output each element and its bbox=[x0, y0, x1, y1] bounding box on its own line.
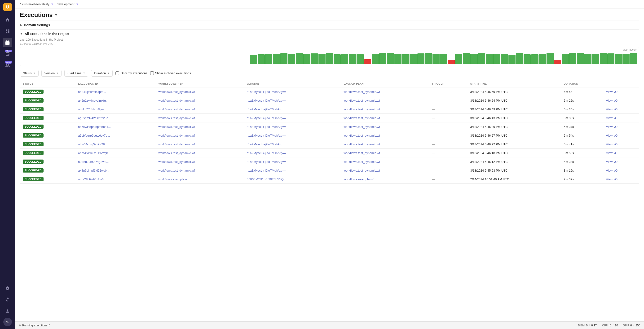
view-io-link[interactable]: View I/O bbox=[606, 169, 618, 172]
execution-id-link[interactable]: aq6xwfs5prxbpmnbd4... bbox=[78, 125, 111, 129]
workflow-link[interactable]: workflows.test_dynamic.wf bbox=[158, 134, 195, 137]
execution-id-link[interactable]: ahlv64cdrg5zzkfr28... bbox=[78, 143, 108, 146]
version-link[interactable]: n1aZMyscLk-j9foTMshAtg== bbox=[246, 90, 286, 94]
app-logo[interactable]: U bbox=[3, 3, 12, 11]
sidebar-item-workflow[interactable]: Alpha bbox=[3, 49, 12, 59]
table-row[interactable]: SUCCEEDED ann5zvkwl8x5s97wg8... workflow… bbox=[20, 149, 639, 157]
cell-duration: 6m 5s bbox=[561, 87, 603, 96]
workflow-link[interactable]: workflows.test_dynamic.wf bbox=[158, 125, 195, 129]
sidebar-item-settings[interactable] bbox=[3, 284, 12, 293]
show-archived-input[interactable] bbox=[150, 71, 154, 75]
chart-bar bbox=[607, 53, 614, 64]
execution-id-link[interactable]: arwlrv77nkhgzf2jmn... bbox=[78, 107, 108, 111]
duration-filter-button[interactable]: Duration ▼ bbox=[91, 70, 112, 77]
only-my-executions-input[interactable] bbox=[116, 71, 119, 75]
page-title-dropdown[interactable] bbox=[55, 14, 58, 16]
launch-plan-link[interactable]: workflows.test_dynamic.wf bbox=[344, 169, 380, 172]
show-archived-checkbox[interactable]: Show archived executions bbox=[150, 71, 191, 75]
table-row[interactable]: SUCCEEDED a46p2zvxlngvzjmxfq... workflow… bbox=[20, 96, 639, 105]
version-link[interactable]: n1aZMyscLk-j9foTMshAtg== bbox=[246, 169, 286, 172]
breadcrumb-environment[interactable]: development bbox=[57, 2, 74, 6]
launch-plan-link[interactable]: workflows.example.wf bbox=[344, 178, 373, 181]
execution-id-link[interactable]: anpr28ctiw94zfcv6 bbox=[78, 178, 104, 181]
view-io-link[interactable]: View I/O bbox=[606, 125, 618, 129]
version-link[interactable]: n1aZMyscLk-j9foTMshAtg== bbox=[246, 160, 286, 164]
domain-settings-header[interactable]: ▶ Domain Settings bbox=[20, 20, 639, 29]
only-my-executions-checkbox[interactable]: Only my executions bbox=[116, 71, 147, 75]
version-link[interactable]: n1aZMyscLk-j9foTMshAtg== bbox=[246, 151, 286, 155]
view-io-link[interactable]: View I/O bbox=[606, 116, 618, 120]
chart-bar bbox=[440, 54, 447, 64]
version-link[interactable]: BOKi0vCSI1oBI30F6k34IQ== bbox=[246, 178, 287, 181]
user-avatar[interactable]: NE bbox=[3, 318, 12, 326]
launch-plan-link[interactable]: workflows.test_dynamic.wf bbox=[344, 151, 380, 155]
version-link[interactable]: n1aZMyscLk-j9foTMshAtg== bbox=[246, 134, 286, 137]
launch-plan-link[interactable]: workflows.test_dynamic.wf bbox=[344, 90, 380, 94]
table-row[interactable]: SUCCEEDED anpr28ctiw94zfcv6 workflows.ex… bbox=[20, 175, 639, 184]
version-link[interactable]: n1aZMyscLk-j9foTMshAtg== bbox=[246, 125, 286, 129]
view-io-link[interactable]: View I/O bbox=[606, 99, 618, 102]
table-row[interactable]: SUCCEEDED ax4g7sjmpf6kj52wcb... workflow… bbox=[20, 166, 639, 175]
sidebar-item-people[interactable] bbox=[3, 306, 12, 316]
workflow-link[interactable]: workflows.test_dynamic.wf bbox=[158, 90, 195, 94]
view-io-link[interactable]: View I/O bbox=[606, 178, 618, 181]
breadcrumb-cluster[interactable]: cluster-observability bbox=[22, 2, 50, 6]
table-row[interactable]: SUCCEEDED a5cbfbqrp9qgw6cv7q... workflow… bbox=[20, 131, 639, 140]
execution-id-link[interactable]: a5cbfbqrp9qgw6cv7q... bbox=[78, 134, 110, 137]
version-filter-arrow: ▼ bbox=[56, 72, 58, 74]
status-filter-button[interactable]: Status ▼ bbox=[20, 70, 38, 77]
execution-id-link[interactable]: ax4g7sjmpf6kj52wcb... bbox=[78, 169, 109, 172]
execution-id-link[interactable]: a46p2zvxlngvzjmxfq... bbox=[78, 99, 108, 102]
sidebar-item-users[interactable]: Alpha bbox=[3, 60, 12, 70]
workflow-link[interactable]: workflows.test_dynamic.wf bbox=[158, 99, 195, 102]
launch-plan-link[interactable]: workflows.test_dynamic.wf bbox=[344, 134, 380, 137]
sidebar-item-executions[interactable] bbox=[3, 38, 12, 47]
sidebar-item-home[interactable] bbox=[3, 15, 12, 24]
view-io-link[interactable]: View I/O bbox=[606, 143, 618, 146]
workflow-link[interactable]: workflows.test_dynamic.wf bbox=[158, 107, 195, 111]
launch-plan-link[interactable]: workflows.test_dynamic.wf bbox=[344, 99, 380, 102]
table-row[interactable]: SUCCEEDED aq6xwfs5prxbpmnbd4... workflow… bbox=[20, 122, 639, 131]
all-executions-header[interactable]: ▼ All Executions in the Project bbox=[20, 29, 639, 38]
view-io-link[interactable]: View I/O bbox=[606, 107, 618, 111]
version-link[interactable]: n1aZMyscLk-j9foTMshAtg== bbox=[246, 99, 286, 102]
chart-bar bbox=[258, 54, 265, 64]
workflow-link[interactable]: workflows.test_dynamic.wf bbox=[158, 116, 195, 120]
version-link[interactable]: n1aZMyscLk-j9foTMshAtg== bbox=[246, 143, 286, 146]
launch-plan-link[interactable]: workflows.test_dynamic.wf bbox=[344, 107, 380, 111]
cluster-dropdown-arrow[interactable] bbox=[51, 3, 53, 5]
workflow-link[interactable]: workflows.test_dynamic.wf bbox=[158, 160, 195, 164]
view-io-link[interactable]: View I/O bbox=[606, 90, 618, 94]
version-link[interactable]: n1aZMyscLk-j9foTMshAtg== bbox=[246, 107, 286, 111]
chart-bar bbox=[379, 53, 386, 64]
env-dropdown-arrow[interactable] bbox=[76, 3, 78, 5]
view-io-link[interactable]: View I/O bbox=[606, 160, 618, 164]
start-time-filter-button[interactable]: Start Time ▼ bbox=[64, 70, 88, 77]
launch-plan-link[interactable]: workflows.test_dynamic.wf bbox=[344, 116, 380, 120]
execution-id-link[interactable]: ah84lxjflfkrsx5kpm... bbox=[78, 90, 106, 94]
execution-id-link[interactable]: ag6sph9k42csmf226b... bbox=[78, 116, 111, 120]
sidebar-item-dashboard[interactable] bbox=[3, 26, 12, 36]
table-row[interactable]: SUCCEEDED arwlrv77nkhgzf2jmn... workflow… bbox=[20, 105, 639, 114]
execution-id-link[interactable]: a2frhb29n5h74g8vnl... bbox=[78, 160, 108, 164]
launch-plan-link[interactable]: workflows.test_dynamic.wf bbox=[344, 143, 380, 146]
view-io-link[interactable]: View I/O bbox=[606, 151, 618, 155]
table-row[interactable]: SUCCEEDED ahlv64cdrg5zzkfr28... workflow… bbox=[20, 140, 639, 149]
version-link[interactable]: n1aZMyscLk-j9foTMshAtg== bbox=[246, 116, 286, 120]
table-body: SUCCEEDED ah84lxjflfkrsx5kpm... workflow… bbox=[20, 87, 639, 184]
table-row[interactable]: SUCCEEDED ag6sph9k42csmf226b... workflow… bbox=[20, 114, 639, 122]
workflow-link[interactable]: workflows.test_dynamic.wf bbox=[158, 151, 195, 155]
launch-plan-link[interactable]: workflows.test_dynamic.wf bbox=[344, 125, 380, 129]
version-filter-button[interactable]: Version ▼ bbox=[42, 70, 62, 77]
execution-id-link[interactable]: ann5zvkwl8x5s97wg8... bbox=[78, 151, 110, 155]
workflow-link[interactable]: workflows.test_dynamic.wf bbox=[158, 143, 195, 146]
cell-execution-id: ax4g7sjmpf6kj52wcb... bbox=[75, 166, 156, 175]
workflow-link[interactable]: workflows.example.wf bbox=[158, 178, 188, 181]
trigger-value: — bbox=[432, 151, 435, 155]
sidebar-item-refresh[interactable] bbox=[3, 295, 12, 305]
workflow-link[interactable]: workflows.test_dynamic.wf bbox=[158, 169, 195, 172]
table-row[interactable]: SUCCEEDED a2frhb29n5h74g8vnl... workflow… bbox=[20, 157, 639, 166]
table-row[interactable]: SUCCEEDED ah84lxjflfkrsx5kpm... workflow… bbox=[20, 87, 639, 96]
view-io-link[interactable]: View I/O bbox=[606, 134, 618, 137]
launch-plan-link[interactable]: workflows.test_dynamic.wf bbox=[344, 160, 380, 164]
